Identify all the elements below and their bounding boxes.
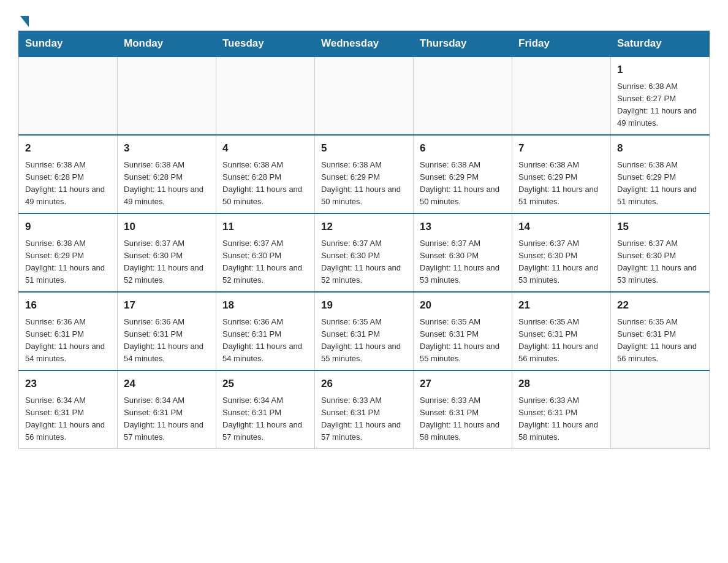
calendar-cell: 1Sunrise: 6:38 AMSunset: 6:27 PMDaylight… — [611, 56, 710, 135]
day-number: 5 — [321, 140, 407, 156]
calendar-cell — [118, 56, 216, 135]
weekday-header-row: SundayMondayTuesdayWednesdayThursdayFrid… — [19, 31, 710, 57]
calendar-cell: 18Sunrise: 6:36 AMSunset: 6:31 PMDayligh… — [216, 292, 315, 370]
calendar-cell: 5Sunrise: 6:38 AMSunset: 6:29 PMDaylight… — [315, 135, 414, 213]
day-info: Sunrise: 6:37 AMSunset: 6:30 PMDaylight:… — [124, 237, 210, 287]
day-info: Sunrise: 6:38 AMSunset: 6:28 PMDaylight:… — [25, 159, 111, 209]
day-info: Sunrise: 6:35 AMSunset: 6:31 PMDaylight:… — [518, 316, 604, 366]
calendar-cell: 14Sunrise: 6:37 AMSunset: 6:30 PMDayligh… — [512, 213, 611, 292]
calendar-cell: 16Sunrise: 6:36 AMSunset: 6:31 PMDayligh… — [19, 292, 118, 370]
day-number: 7 — [518, 140, 604, 156]
day-number: 16 — [25, 297, 111, 313]
day-info: Sunrise: 6:33 AMSunset: 6:31 PMDaylight:… — [321, 394, 407, 444]
day-number: 3 — [124, 140, 210, 156]
day-info: Sunrise: 6:35 AMSunset: 6:31 PMDaylight:… — [617, 316, 703, 366]
day-number: 28 — [518, 376, 604, 392]
day-info: Sunrise: 6:33 AMSunset: 6:31 PMDaylight:… — [518, 394, 604, 444]
calendar-cell: 22Sunrise: 6:35 AMSunset: 6:31 PMDayligh… — [611, 292, 710, 370]
page-header — [18, 12, 710, 25]
calendar-cell: 17Sunrise: 6:36 AMSunset: 6:31 PMDayligh… — [118, 292, 216, 370]
week-row-2: 2Sunrise: 6:38 AMSunset: 6:28 PMDaylight… — [19, 135, 710, 213]
calendar-cell: 8Sunrise: 6:38 AMSunset: 6:29 PMDaylight… — [611, 135, 710, 213]
day-number: 2 — [25, 140, 111, 156]
day-info: Sunrise: 6:35 AMSunset: 6:31 PMDaylight:… — [420, 316, 506, 366]
day-number: 10 — [124, 219, 210, 235]
calendar-cell: 12Sunrise: 6:37 AMSunset: 6:30 PMDayligh… — [315, 213, 414, 292]
day-number: 15 — [617, 219, 703, 235]
day-info: Sunrise: 6:37 AMSunset: 6:30 PMDaylight:… — [321, 237, 407, 287]
calendar-cell — [315, 56, 414, 135]
week-row-5: 23Sunrise: 6:34 AMSunset: 6:31 PMDayligh… — [19, 370, 710, 449]
calendar-cell: 15Sunrise: 6:37 AMSunset: 6:30 PMDayligh… — [611, 213, 710, 292]
day-number: 22 — [617, 297, 703, 313]
week-row-1: 1Sunrise: 6:38 AMSunset: 6:27 PMDaylight… — [19, 56, 710, 135]
calendar-cell: 24Sunrise: 6:34 AMSunset: 6:31 PMDayligh… — [118, 370, 216, 449]
day-number: 25 — [222, 376, 308, 392]
day-info: Sunrise: 6:34 AMSunset: 6:31 PMDaylight:… — [222, 394, 308, 444]
day-number: 4 — [222, 140, 308, 156]
day-info: Sunrise: 6:38 AMSunset: 6:29 PMDaylight:… — [25, 237, 111, 287]
day-number: 24 — [124, 376, 210, 392]
weekday-header-friday: Friday — [512, 31, 611, 57]
day-info: Sunrise: 6:37 AMSunset: 6:30 PMDaylight:… — [617, 237, 703, 287]
day-number: 13 — [420, 219, 506, 235]
day-info: Sunrise: 6:37 AMSunset: 6:30 PMDaylight:… — [222, 237, 308, 287]
calendar-cell: 9Sunrise: 6:38 AMSunset: 6:29 PMDaylight… — [19, 213, 118, 292]
day-number: 27 — [420, 376, 506, 392]
day-number: 20 — [420, 297, 506, 313]
calendar-cell: 25Sunrise: 6:34 AMSunset: 6:31 PMDayligh… — [216, 370, 315, 449]
day-info: Sunrise: 6:36 AMSunset: 6:31 PMDaylight:… — [25, 316, 111, 366]
day-number: 6 — [420, 140, 506, 156]
weekday-header-sunday: Sunday — [19, 31, 118, 57]
calendar-cell: 13Sunrise: 6:37 AMSunset: 6:30 PMDayligh… — [414, 213, 512, 292]
day-number: 14 — [518, 219, 604, 235]
day-info: Sunrise: 6:38 AMSunset: 6:27 PMDaylight:… — [617, 80, 703, 130]
calendar-cell: 26Sunrise: 6:33 AMSunset: 6:31 PMDayligh… — [315, 370, 414, 449]
day-number: 8 — [617, 140, 703, 156]
calendar-cell: 23Sunrise: 6:34 AMSunset: 6:31 PMDayligh… — [19, 370, 118, 449]
logo-arrow-icon — [20, 16, 29, 27]
calendar-cell: 19Sunrise: 6:35 AMSunset: 6:31 PMDayligh… — [315, 292, 414, 370]
day-info: Sunrise: 6:38 AMSunset: 6:29 PMDaylight:… — [321, 159, 407, 209]
day-info: Sunrise: 6:38 AMSunset: 6:29 PMDaylight:… — [420, 159, 506, 209]
weekday-header-wednesday: Wednesday — [315, 31, 414, 57]
calendar-cell: 11Sunrise: 6:37 AMSunset: 6:30 PMDayligh… — [216, 213, 315, 292]
calendar-table: SundayMondayTuesdayWednesdayThursdayFrid… — [18, 31, 710, 449]
calendar-cell — [19, 56, 118, 135]
calendar-cell: 2Sunrise: 6:38 AMSunset: 6:28 PMDaylight… — [19, 135, 118, 213]
day-info: Sunrise: 6:38 AMSunset: 6:28 PMDaylight:… — [222, 159, 308, 209]
day-info: Sunrise: 6:37 AMSunset: 6:30 PMDaylight:… — [518, 237, 604, 287]
day-info: Sunrise: 6:34 AMSunset: 6:31 PMDaylight:… — [25, 394, 111, 444]
day-number: 21 — [518, 297, 604, 313]
calendar-cell — [216, 56, 315, 135]
day-number: 17 — [124, 297, 210, 313]
day-info: Sunrise: 6:36 AMSunset: 6:31 PMDaylight:… — [222, 316, 308, 366]
weekday-header-monday: Monday — [118, 31, 216, 57]
weekday-header-tuesday: Tuesday — [216, 31, 315, 57]
day-info: Sunrise: 6:33 AMSunset: 6:31 PMDaylight:… — [420, 394, 506, 444]
day-number: 12 — [321, 219, 407, 235]
day-info: Sunrise: 6:35 AMSunset: 6:31 PMDaylight:… — [321, 316, 407, 366]
day-number: 9 — [25, 219, 111, 235]
weekday-header-saturday: Saturday — [611, 31, 710, 57]
week-row-4: 16Sunrise: 6:36 AMSunset: 6:31 PMDayligh… — [19, 292, 710, 370]
day-info: Sunrise: 6:38 AMSunset: 6:29 PMDaylight:… — [617, 159, 703, 209]
day-number: 19 — [321, 297, 407, 313]
logo — [18, 12, 29, 25]
calendar-cell: 20Sunrise: 6:35 AMSunset: 6:31 PMDayligh… — [414, 292, 512, 370]
day-number: 11 — [222, 219, 308, 235]
calendar-cell: 27Sunrise: 6:33 AMSunset: 6:31 PMDayligh… — [414, 370, 512, 449]
day-info: Sunrise: 6:34 AMSunset: 6:31 PMDaylight:… — [124, 394, 210, 444]
calendar-cell: 3Sunrise: 6:38 AMSunset: 6:28 PMDaylight… — [118, 135, 216, 213]
day-info: Sunrise: 6:38 AMSunset: 6:29 PMDaylight:… — [518, 159, 604, 209]
calendar-cell — [611, 370, 710, 449]
calendar-cell: 28Sunrise: 6:33 AMSunset: 6:31 PMDayligh… — [512, 370, 611, 449]
day-number: 26 — [321, 376, 407, 392]
day-number: 18 — [222, 297, 308, 313]
calendar-cell — [512, 56, 611, 135]
day-number: 1 — [617, 62, 703, 78]
week-row-3: 9Sunrise: 6:38 AMSunset: 6:29 PMDaylight… — [19, 213, 710, 292]
day-number: 23 — [25, 376, 111, 392]
day-info: Sunrise: 6:37 AMSunset: 6:30 PMDaylight:… — [420, 237, 506, 287]
calendar-cell: 7Sunrise: 6:38 AMSunset: 6:29 PMDaylight… — [512, 135, 611, 213]
